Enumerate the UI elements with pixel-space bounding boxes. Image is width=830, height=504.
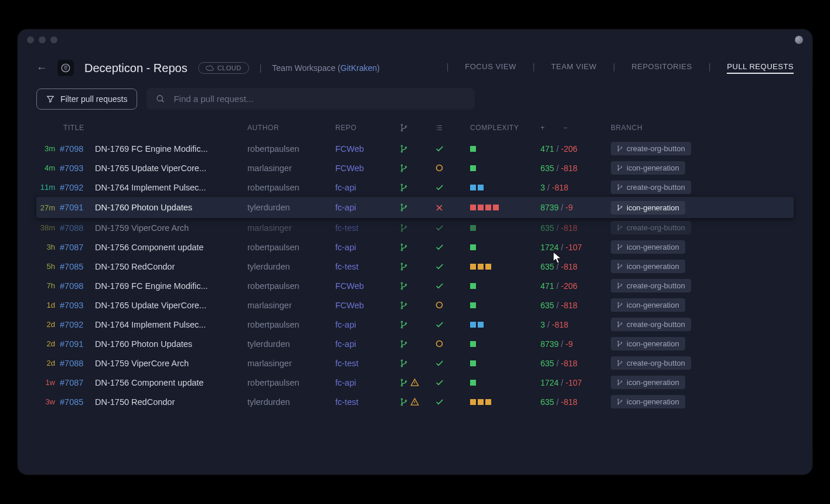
- branch-badge[interactable]: icon-generation: [611, 337, 685, 350]
- maximize-icon[interactable]: [50, 36, 57, 43]
- svg-point-52: [618, 287, 619, 288]
- pr-number[interactable]: #7087: [60, 243, 95, 252]
- table-row[interactable]: 27m #7091 DN-1760 Photon Updates tylerdu…: [36, 197, 794, 218]
- pr-number[interactable]: #7085: [60, 397, 95, 407]
- table-row[interactable]: 38m #7088 DN-1759 ViperCore Arch marlasi…: [36, 218, 794, 237]
- pr-repo[interactable]: fc-api: [335, 183, 400, 192]
- table-row[interactable]: 7h #7098 DN-1769 FC Engine Modific... ro…: [36, 276, 794, 295]
- col-branch: BRANCH: [611, 124, 716, 132]
- branch-badge[interactable]: icon-generation: [611, 395, 685, 408]
- pr-repo[interactable]: fc-test: [335, 262, 400, 271]
- pr-number[interactable]: #7092: [60, 320, 95, 329]
- table-row[interactable]: 3w #7085 DN-1750 RedCondor tylerdurden f…: [36, 392, 794, 411]
- pr-title[interactable]: DN-1760 Photon Updates: [95, 339, 247, 349]
- branch-badge[interactable]: icon-generation: [611, 240, 685, 254]
- branch-badge[interactable]: create-org-button: [611, 318, 691, 331]
- branch-badge[interactable]: create-org-button: [611, 181, 691, 194]
- pr-number[interactable]: #7093: [60, 164, 95, 173]
- team-workspace-link[interactable]: Team Workspace (GitKraken): [272, 63, 379, 73]
- pr-repo[interactable]: fc-test: [335, 223, 400, 233]
- table-row[interactable]: 4m #7093 DN-1765 Update ViperCore... mar…: [36, 158, 794, 178]
- table-row[interactable]: 1d #7093 DN-1765 Update ViperCore... mar…: [36, 295, 794, 315]
- pr-title[interactable]: DN-1760 Photon Updates: [95, 203, 247, 212]
- pr-repo[interactable]: FCWeb: [335, 281, 400, 291]
- tab-repositories[interactable]: REPOSITORIES: [631, 62, 692, 74]
- pr-number[interactable]: #7085: [60, 262, 95, 271]
- pr-number[interactable]: #7088: [60, 223, 95, 233]
- branch-badge[interactable]: icon-generation: [611, 161, 685, 175]
- pr-repo[interactable]: fc-api: [335, 243, 400, 252]
- pr-title[interactable]: DN-1764 Implement Pulsec...: [95, 183, 247, 192]
- pr-title[interactable]: DN-1765 Update ViperCore...: [95, 301, 247, 310]
- branch-badge[interactable]: icon-generation: [611, 376, 685, 389]
- tab-focus-view[interactable]: FOCUS VIEW: [465, 62, 516, 74]
- pr-author: marlasinger: [247, 359, 335, 368]
- table-row[interactable]: 5h #7085 DN-1750 RedCondor tylerdurden f…: [36, 257, 794, 276]
- window-controls: [27, 36, 57, 43]
- branch-badge[interactable]: create-org-button: [611, 356, 691, 370]
- status-icon: [435, 262, 470, 271]
- pr-repo[interactable]: fc-api: [335, 203, 400, 212]
- pr-author: tylerdurden: [247, 339, 335, 349]
- svg-point-1: [157, 96, 162, 101]
- branch-badge[interactable]: icon-generation: [611, 260, 685, 273]
- branch-badge[interactable]: create-org-button: [611, 221, 691, 234]
- table-row[interactable]: 11m #7092 DN-1764 Implement Pulsec... ro…: [36, 178, 794, 197]
- minimize-icon[interactable]: [39, 36, 46, 43]
- pr-number[interactable]: #7093: [60, 301, 95, 310]
- pr-number[interactable]: #7098: [60, 281, 95, 291]
- filter-button[interactable]: Filter pull requests: [36, 88, 137, 110]
- pr-title[interactable]: DN-1750 RedCondor: [95, 262, 247, 271]
- pr-repo[interactable]: FCWeb: [335, 164, 400, 173]
- tab-team-view[interactable]: TEAM VIEW: [551, 62, 596, 74]
- branch-badge[interactable]: create-org-button: [611, 279, 691, 292]
- pr-age: 5h: [36, 262, 60, 271]
- table-row[interactable]: 2d #7092 DN-1764 Implement Pulsec... rob…: [36, 315, 794, 334]
- branch-badge[interactable]: create-org-button: [611, 142, 691, 155]
- table-row[interactable]: 2d #7091 DN-1760 Photon Updates tylerdur…: [36, 334, 794, 353]
- table-row[interactable]: 2d #7088 DN-1759 ViperCore Arch marlasin…: [36, 353, 794, 373]
- svg-point-83: [618, 380, 619, 381]
- search-input[interactable]: [174, 94, 465, 104]
- pr-title[interactable]: DN-1756 Component update: [95, 243, 247, 252]
- branch-icon: [400, 397, 435, 406]
- search-box[interactable]: [147, 88, 475, 110]
- status-icon: [435, 397, 470, 407]
- svg-point-71: [618, 341, 619, 342]
- back-button[interactable]: ←: [36, 62, 47, 74]
- pr-number[interactable]: #7092: [60, 183, 95, 192]
- pr-title[interactable]: DN-1756 Component update: [95, 378, 247, 387]
- pr-repo[interactable]: fc-test: [335, 359, 400, 368]
- close-icon[interactable]: [27, 36, 34, 43]
- pr-title[interactable]: DN-1759 ViperCore Arch: [95, 359, 247, 368]
- table-row[interactable]: 3h #7087 DN-1756 Component update robert…: [36, 237, 794, 257]
- table-row[interactable]: 1w #7087 DN-1756 Component update robert…: [36, 373, 794, 392]
- pr-title[interactable]: DN-1764 Implement Pulsec...: [95, 320, 247, 329]
- pr-number[interactable]: #7088: [60, 359, 95, 368]
- avatar[interactable]: [795, 36, 803, 44]
- pr-repo[interactable]: fc-api: [335, 320, 400, 329]
- pr-repo[interactable]: fc-test: [335, 397, 400, 407]
- pr-title[interactable]: DN-1769 FC Engine Modific...: [95, 144, 247, 154]
- branch-cell: icon-generation: [611, 260, 716, 273]
- table-row[interactable]: 3m #7098 DN-1769 FC Engine Modific... ro…: [36, 139, 794, 158]
- pr-number[interactable]: #7091: [60, 203, 95, 212]
- complexity-block: [470, 264, 476, 270]
- pr-number[interactable]: #7098: [60, 144, 95, 154]
- pr-repo[interactable]: fc-api: [335, 378, 400, 387]
- pr-title[interactable]: DN-1769 FC Engine Modific...: [95, 281, 247, 291]
- diff-count: 635 / -818: [540, 223, 611, 233]
- pr-number[interactable]: #7091: [60, 339, 95, 349]
- pr-title[interactable]: DN-1765 Update ViperCore...: [95, 164, 247, 173]
- branch-badge[interactable]: icon-generation: [611, 298, 685, 312]
- branch-badge[interactable]: icon-generation: [611, 201, 685, 214]
- pr-repo[interactable]: FCWeb: [335, 301, 400, 310]
- status-icon: [435, 144, 470, 154]
- pr-number[interactable]: #7087: [60, 378, 95, 387]
- pr-age: 2d: [36, 320, 60, 329]
- pr-repo[interactable]: FCWeb: [335, 144, 400, 154]
- pr-title[interactable]: DN-1759 ViperCore Arch: [95, 223, 247, 233]
- pr-title[interactable]: DN-1750 RedCondor: [95, 397, 247, 407]
- tab-pull-requests[interactable]: PULL REQUESTS: [727, 62, 794, 74]
- pr-repo[interactable]: fc-api: [335, 339, 400, 349]
